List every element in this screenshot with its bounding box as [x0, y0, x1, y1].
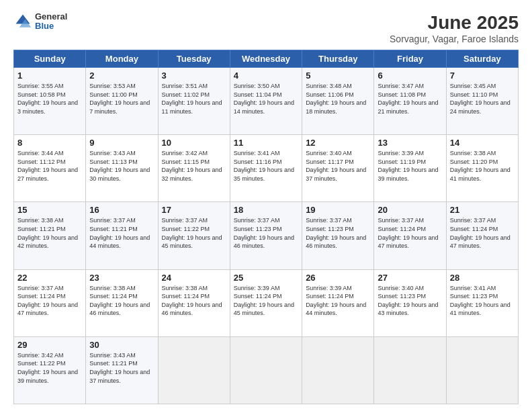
day-number: 29 [17, 340, 82, 350]
week-row-5: 29Sunrise: 3:42 AMSunset: 11:22 PMDaylig… [14, 336, 519, 404]
day-info: Sunrise: 3:48 AMSunset: 11:06 PMDaylight… [306, 82, 370, 116]
calendar-cell: 28Sunrise: 3:41 AMSunset: 11:23 PMDaylig… [446, 269, 518, 336]
calendar-cell: 13Sunrise: 3:39 AMSunset: 11:19 PMDaylig… [374, 135, 446, 202]
day-number: 12 [306, 138, 370, 148]
day-number: 28 [450, 273, 515, 283]
day-number: 10 [162, 138, 226, 148]
day-info: Sunrise: 3:45 AMSunset: 11:10 PMDaylight… [450, 82, 515, 116]
calendar-cell: 3Sunrise: 3:51 AMSunset: 11:02 PMDayligh… [158, 68, 230, 135]
day-number: 18 [234, 205, 298, 215]
day-info: Sunrise: 3:42 AMSunset: 11:15 PMDaylight… [162, 149, 226, 183]
logo-icon [13, 12, 32, 31]
logo-blue: Blue [35, 21, 67, 31]
day-info: Sunrise: 3:41 AMSunset: 11:16 PMDaylight… [234, 149, 298, 183]
weekday-header-tuesday: Tuesday [158, 50, 230, 68]
day-number: 11 [234, 138, 298, 148]
calendar-cell: 23Sunrise: 3:38 AMSunset: 11:24 PMDaylig… [86, 269, 158, 336]
calendar-cell [230, 336, 302, 404]
day-info: Sunrise: 3:37 AMSunset: 11:23 PMDaylight… [234, 216, 298, 250]
day-info: Sunrise: 3:38 AMSunset: 11:20 PMDaylight… [450, 149, 515, 183]
calendar-cell: 8Sunrise: 3:44 AMSunset: 11:12 PMDayligh… [14, 135, 86, 202]
subtitle: Sorvagur, Vagar, Faroe Islands [390, 34, 519, 44]
day-number: 2 [89, 71, 154, 81]
day-number: 26 [306, 273, 370, 283]
day-info: Sunrise: 3:37 AMSunset: 11:24 PMDaylight… [378, 216, 442, 250]
week-row-4: 22Sunrise: 3:37 AMSunset: 11:24 PMDaylig… [14, 269, 519, 336]
weekday-header-saturday: Saturday [446, 50, 518, 68]
calendar-cell: 29Sunrise: 3:42 AMSunset: 11:22 PMDaylig… [14, 336, 86, 404]
calendar: SundayMondayTuesdayWednesdayThursdayFrid… [13, 50, 519, 404]
day-info: Sunrise: 3:37 AMSunset: 11:23 PMDaylight… [306, 216, 370, 250]
day-info: Sunrise: 3:38 AMSunset: 11:24 PMDaylight… [89, 284, 154, 318]
day-info: Sunrise: 3:37 AMSunset: 11:24 PMDaylight… [450, 216, 515, 250]
day-number: 27 [378, 273, 442, 283]
day-info: Sunrise: 3:43 AMSunset: 11:21 PMDaylight… [89, 351, 154, 385]
day-info: Sunrise: 3:39 AMSunset: 11:19 PMDaylight… [378, 149, 442, 183]
calendar-cell: 27Sunrise: 3:40 AMSunset: 11:23 PMDaylig… [374, 269, 446, 336]
day-info: Sunrise: 3:39 AMSunset: 11:24 PMDaylight… [306, 284, 370, 318]
day-number: 9 [89, 138, 154, 148]
day-info: Sunrise: 3:37 AMSunset: 11:21 PMDaylight… [89, 216, 154, 250]
calendar-cell: 1Sunrise: 3:55 AMSunset: 10:58 PMDayligh… [14, 68, 86, 135]
day-info: Sunrise: 3:38 AMSunset: 11:24 PMDaylight… [162, 284, 226, 318]
calendar-cell: 21Sunrise: 3:37 AMSunset: 11:24 PMDaylig… [446, 202, 518, 269]
day-number: 8 [17, 138, 82, 148]
calendar-cell [374, 336, 446, 404]
day-number: 17 [162, 205, 226, 215]
calendar-cell: 24Sunrise: 3:38 AMSunset: 11:24 PMDaylig… [158, 269, 230, 336]
calendar-cell: 25Sunrise: 3:39 AMSunset: 11:24 PMDaylig… [230, 269, 302, 336]
calendar-cell: 7Sunrise: 3:45 AMSunset: 11:10 PMDayligh… [446, 68, 518, 135]
day-info: Sunrise: 3:37 AMSunset: 11:24 PMDaylight… [17, 284, 82, 318]
main-title: June 2025 [390, 12, 519, 34]
day-number: 1 [17, 71, 82, 81]
day-number: 20 [378, 205, 442, 215]
day-info: Sunrise: 3:47 AMSunset: 11:08 PMDaylight… [378, 82, 442, 116]
calendar-cell: 6Sunrise: 3:47 AMSunset: 11:08 PMDayligh… [374, 68, 446, 135]
weekday-header-friday: Friday [374, 50, 446, 68]
day-number: 15 [17, 205, 82, 215]
calendar-cell: 17Sunrise: 3:37 AMSunset: 11:22 PMDaylig… [158, 202, 230, 269]
calendar-cell: 16Sunrise: 3:37 AMSunset: 11:21 PMDaylig… [86, 202, 158, 269]
calendar-cell: 11Sunrise: 3:41 AMSunset: 11:16 PMDaylig… [230, 135, 302, 202]
day-info: Sunrise: 3:38 AMSunset: 11:21 PMDaylight… [17, 216, 82, 250]
header: General Blue June 2025 Sorvagur, Vagar, … [13, 12, 519, 44]
week-row-1: 1Sunrise: 3:55 AMSunset: 10:58 PMDayligh… [14, 68, 519, 135]
calendar-cell: 22Sunrise: 3:37 AMSunset: 11:24 PMDaylig… [14, 269, 86, 336]
calendar-cell: 15Sunrise: 3:38 AMSunset: 11:21 PMDaylig… [14, 202, 86, 269]
calendar-cell: 10Sunrise: 3:42 AMSunset: 11:15 PMDaylig… [158, 135, 230, 202]
day-number: 14 [450, 138, 515, 148]
day-number: 21 [450, 205, 515, 215]
day-info: Sunrise: 3:40 AMSunset: 11:23 PMDaylight… [378, 284, 442, 318]
weekday-header-monday: Monday [86, 50, 158, 68]
day-info: Sunrise: 3:37 AMSunset: 11:22 PMDaylight… [162, 216, 226, 250]
day-number: 16 [89, 205, 154, 215]
day-info: Sunrise: 3:42 AMSunset: 11:22 PMDaylight… [17, 351, 82, 385]
day-info: Sunrise: 3:41 AMSunset: 11:23 PMDaylight… [450, 284, 515, 318]
day-info: Sunrise: 3:40 AMSunset: 11:17 PMDaylight… [306, 149, 370, 183]
calendar-cell [446, 336, 518, 404]
calendar-cell: 14Sunrise: 3:38 AMSunset: 11:20 PMDaylig… [446, 135, 518, 202]
calendar-cell: 2Sunrise: 3:53 AMSunset: 11:00 PMDayligh… [86, 68, 158, 135]
day-info: Sunrise: 3:55 AMSunset: 10:58 PMDaylight… [17, 82, 82, 116]
day-number: 22 [17, 273, 82, 283]
calendar-cell [158, 336, 230, 404]
calendar-cell: 26Sunrise: 3:39 AMSunset: 11:24 PMDaylig… [302, 269, 374, 336]
logo-text: General Blue [35, 12, 67, 32]
week-row-3: 15Sunrise: 3:38 AMSunset: 11:21 PMDaylig… [14, 202, 519, 269]
day-number: 19 [306, 205, 370, 215]
calendar-cell [302, 336, 374, 404]
weekday-header-thursday: Thursday [302, 50, 374, 68]
calendar-cell: 30Sunrise: 3:43 AMSunset: 11:21 PMDaylig… [86, 336, 158, 404]
day-info: Sunrise: 3:50 AMSunset: 11:04 PMDaylight… [234, 82, 298, 116]
weekday-header-wednesday: Wednesday [230, 50, 302, 68]
logo-general: General [35, 12, 67, 21]
weekday-header-row: SundayMondayTuesdayWednesdayThursdayFrid… [14, 50, 519, 68]
logo: General Blue [13, 12, 67, 32]
day-number: 3 [162, 71, 226, 81]
day-info: Sunrise: 3:39 AMSunset: 11:24 PMDaylight… [234, 284, 298, 318]
day-number: 30 [89, 340, 154, 350]
calendar-cell: 9Sunrise: 3:43 AMSunset: 11:13 PMDayligh… [86, 135, 158, 202]
week-row-2: 8Sunrise: 3:44 AMSunset: 11:12 PMDayligh… [14, 135, 519, 202]
day-number: 24 [162, 273, 226, 283]
day-number: 7 [450, 71, 515, 81]
